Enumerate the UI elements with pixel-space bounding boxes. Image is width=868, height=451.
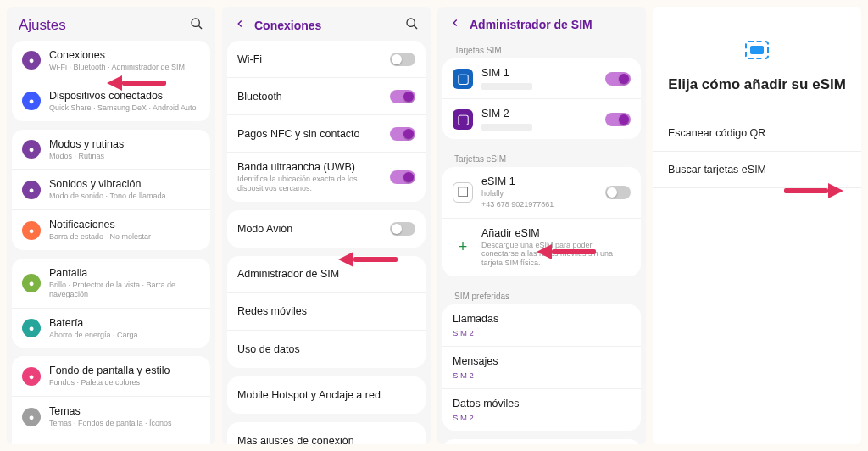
esim-chip-icon [745,41,769,59]
connection-row[interactable]: Bluetooth [227,78,426,115]
connection-row[interactable]: Wi-Fi [227,41,426,78]
page-title: Elija cómo añadir su eSIM [668,75,846,95]
sim-manager-screen: Administrador de SIM Tarjetas SIM ▢ SIM … [437,7,646,444]
svg-point-0 [192,19,199,26]
esim-carrier: holafly [481,189,597,198]
pref-row[interactable]: MensajesSIM 2 [442,347,641,389]
settings-row[interactable]: ● PantallaBrillo · Protector de la vista… [12,259,210,309]
header-block: Elija cómo añadir su eSIM [653,7,861,115]
connections-screen: Conexiones Wi-FiBluetoothPagos NFC y sin… [222,7,431,444]
toggle[interactable] [390,170,415,184]
data-switch-row[interactable]: Cambio de datos [442,439,641,444]
connections-list[interactable]: Wi-FiBluetoothPagos NFC y sin contactoBa… [222,41,431,444]
sim-row[interactable]: ▢ SIM 2 [442,99,641,139]
plus-icon: + [453,238,473,256]
section-preferred: SIM preferidas [442,285,641,304]
toggle[interactable] [390,90,415,103]
sim-toggle[interactable] [605,72,631,86]
battery-icon: ● [22,319,41,337]
pref-row[interactable]: Datos móvilesSIM 2 [442,389,641,431]
connection-row[interactable]: Más ajustes de conexión [227,422,426,444]
sim-toggle[interactable] [605,113,631,126]
settings-row[interactable]: ● NotificacionesBarra de estado · No mol… [12,210,210,250]
pref-row[interactable]: LlamadasSIM 2 [442,304,641,347]
devices-icon: ● [22,92,41,110]
settings-row[interactable]: ● Pantalla de inicioDiseño · Globos de n… [12,437,210,444]
header: Ajustes [7,7,215,41]
search-icon[interactable] [405,17,419,34]
bell-icon: ● [22,221,41,240]
toggle[interactable] [390,222,415,236]
header: Conexiones [222,7,431,41]
connection-row[interactable]: Redes móviles [227,293,426,331]
settings-row[interactable]: ● BateríaAhorro de energía · Carga [12,309,210,348]
svg-point-2 [407,19,415,26]
connection-row[interactable]: Banda ultraancha (UWB)Identifica la ubic… [227,153,426,202]
settings-list[interactable]: ● ConexionesWi-Fi · Bluetooth · Administ… [7,41,215,444]
back-icon[interactable] [449,17,461,32]
esim-label: eSIM 1 [481,175,597,187]
wifi-icon: ● [22,51,41,70]
themes-icon: ● [22,408,41,426]
settings-row[interactable]: ● Modos y rutinasModos · Rutinas [12,130,210,170]
sim-row[interactable]: ▢ SIM 1 [442,58,641,99]
connection-row[interactable]: Uso de datos [227,331,426,368]
page-title: Conexiones [254,19,397,32]
esim-toggle[interactable] [605,186,631,199]
settings-row[interactable]: ● TemasTemas · Fondos de pantalla · Ícon… [12,397,210,437]
routine-icon: ● [22,140,41,159]
toggle[interactable] [390,53,415,66]
section-esim: Tarjetas eSIM [442,148,641,167]
connection-row[interactable]: Pagos NFC y sin contacto [227,115,426,153]
esim-number: +43 678 9021977861 [481,200,597,209]
arrow-annotation [537,246,596,258]
toggle[interactable] [390,127,415,141]
connection-row[interactable]: Modo Avión [227,210,426,248]
arrow-annotation [107,77,166,89]
sim-list[interactable]: Tarjetas SIM ▢ SIM 1 ▢ SIM 2 Tarjetas eS… [437,39,646,444]
esim-row[interactable]: ☐ eSIM 1 holafly +43 678 9021977861 [442,167,641,219]
settings-screen: Ajustes ● ConexionesWi-Fi · Bluetooth · … [7,7,215,444]
connection-row[interactable]: Mobile Hotspot y Anclaje a red [227,376,426,414]
back-icon[interactable] [234,18,246,33]
wallpaper-icon: ● [22,367,41,386]
page-title: Ajustes [19,17,181,34]
svg-line-3 [414,25,417,29]
page-title: Administrador de SIM [470,18,634,31]
search-icon[interactable] [190,17,203,34]
svg-line-1 [198,25,202,29]
arrow-annotation [784,185,843,197]
add-esim-screen: Elija cómo añadir su eSIM Escanear códig… [653,7,861,444]
sim-icon: ▢ [453,109,473,130]
sim-icon: ▢ [453,69,473,89]
display-icon: ● [22,274,41,292]
add-esim-title: Añadir eSIM [481,227,631,239]
settings-row[interactable]: ● Fondo de pantalla y estiloFondos · Pal… [12,356,210,397]
scan-qr-row[interactable]: Escanear código QR [653,115,861,152]
header: Administrador de SIM [437,7,646,39]
settings-row[interactable]: ● Sonidos y vibraciónModo de sonido · To… [12,170,210,210]
esim-icon: ☐ [453,182,473,203]
section-sim: Tarjetas SIM [442,39,641,58]
arrow-annotation [338,253,398,265]
sound-icon: ● [22,181,41,199]
